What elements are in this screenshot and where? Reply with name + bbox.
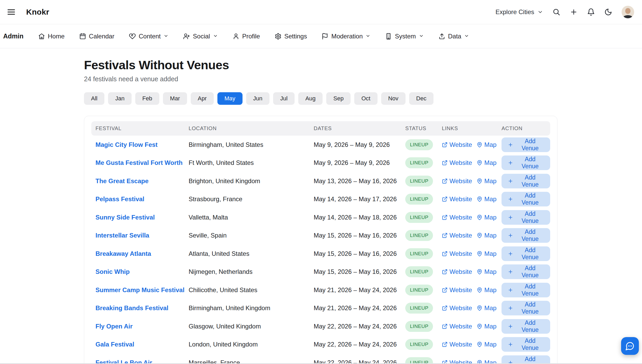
plus-icon [570, 8, 578, 16]
add-venue-button[interactable]: Add Venue [502, 246, 550, 261]
month-pill-jul[interactable]: Jul [273, 92, 295, 105]
month-pill-all[interactable]: All [84, 92, 104, 105]
festival-link[interactable]: Sunny Side Festival [91, 214, 189, 221]
month-pill-apr[interactable]: Apr [191, 92, 214, 105]
month-pill-oct[interactable]: Oct [354, 92, 377, 105]
month-filter: AllJanFebMarAprMayJunJulAugSepOctNovDec [84, 92, 642, 105]
map-link[interactable]: Map [477, 268, 497, 275]
add-venue-button[interactable]: Add Venue [502, 301, 550, 315]
nav-item-label: Data [448, 33, 461, 40]
nav-item-label: Profile [242, 33, 260, 40]
website-link[interactable]: Website [442, 159, 472, 166]
nav-item-moderation[interactable]: Moderation [322, 33, 370, 40]
festival-link[interactable]: Breaking Bands Festival [91, 304, 189, 312]
notifications-button[interactable] [587, 8, 595, 16]
month-pill-jun[interactable]: Jun [246, 92, 269, 105]
add-venue-button[interactable]: Add Venue [502, 174, 550, 188]
nav-item-home[interactable]: Home [38, 33, 65, 40]
website-link[interactable]: Website [442, 268, 472, 275]
month-pill-aug[interactable]: Aug [298, 92, 323, 105]
map-link[interactable]: Map [477, 250, 497, 257]
website-link[interactable]: Website [442, 232, 472, 239]
nav-item-social[interactable]: Social [183, 33, 218, 40]
nav-item-system[interactable]: System [385, 33, 424, 40]
explore-cities-label: Explore Cities [495, 8, 534, 16]
dark-mode-toggle[interactable] [604, 8, 612, 16]
map-link[interactable]: Map [477, 286, 497, 294]
data-icon [438, 33, 445, 40]
add-venue-button[interactable]: Add Venue [502, 137, 550, 152]
festival-link[interactable]: The Great Escape [91, 177, 189, 185]
hamburger-menu-button[interactable] [7, 8, 16, 16]
month-pill-feb[interactable]: Feb [135, 92, 159, 105]
festival-link[interactable]: Magic City Flow Fest [91, 141, 189, 148]
nav-item-profile[interactable]: Profile [233, 33, 260, 40]
add-venue-button[interactable]: Add Venue [502, 264, 550, 279]
add-venue-button[interactable]: Add Venue [502, 155, 550, 170]
table-row: Me Gusta Festival Fort Worth Ft Worth, U… [91, 154, 550, 172]
festival-link[interactable]: Summer Camp Music Festival [91, 286, 189, 294]
month-pill-sep[interactable]: Sep [326, 92, 351, 105]
nav-item-label: Home [48, 33, 65, 40]
social-icon [183, 33, 190, 40]
month-pill-nov[interactable]: Nov [381, 92, 406, 105]
month-pill-mar[interactable]: Mar [163, 92, 187, 105]
map-link[interactable]: Map [477, 141, 497, 148]
add-venue-button[interactable]: Add Venue [502, 337, 550, 352]
nav-item-calendar[interactable]: Calendar [79, 33, 114, 40]
month-pill-may[interactable]: May [217, 92, 243, 105]
website-link[interactable]: Website [442, 195, 472, 203]
map-link[interactable]: Map [477, 214, 497, 221]
month-pill-dec[interactable]: Dec [409, 92, 433, 105]
website-link[interactable]: Website [442, 304, 472, 312]
website-link[interactable]: Website [442, 323, 472, 330]
festival-link[interactable]: Me Gusta Festival Fort Worth [91, 159, 189, 166]
website-link[interactable]: Website [442, 341, 472, 348]
location-text: Nijmegen, Netherlands [189, 268, 314, 275]
add-venue-button[interactable]: Add Venue [502, 228, 550, 243]
festival-link[interactable]: Gala Festival [91, 341, 189, 348]
nav-item-data[interactable]: Data [438, 33, 469, 40]
add-venue-button[interactable]: Add Venue [502, 192, 550, 206]
add-venue-button[interactable]: Add Venue [502, 283, 550, 297]
map-link[interactable]: Map [477, 341, 497, 348]
map-link[interactable]: Map [477, 232, 497, 239]
month-pill-jan[interactable]: Jan [108, 92, 131, 105]
map-link[interactable]: Map [477, 195, 497, 203]
nav-item-content[interactable]: Content [129, 33, 168, 40]
profile-icon [233, 33, 239, 40]
map-link[interactable]: Map [477, 177, 497, 185]
map-link[interactable]: Map [477, 304, 497, 312]
website-link[interactable]: Website [442, 250, 472, 257]
dates-text: May 21, 2026 – May 24, 2026 [314, 304, 405, 312]
festival-link[interactable]: Sonic Whip [91, 268, 189, 275]
create-button[interactable] [570, 8, 578, 16]
avatar[interactable] [622, 6, 634, 18]
brand-logo[interactable]: Knokr [26, 8, 49, 16]
table-header-row: FESTIVALLOCATIONDATESSTATUSLINKSACTION [91, 121, 550, 136]
website-link[interactable]: Website [442, 141, 472, 148]
website-link[interactable]: Website [442, 214, 472, 221]
website-link[interactable]: Website [442, 286, 472, 294]
map-pin-icon [477, 269, 482, 275]
column-header-festival: FESTIVAL [91, 125, 189, 131]
search-button[interactable] [553, 8, 560, 16]
status-badge: LINEUP [405, 303, 433, 314]
add-venue-button[interactable]: Add Venue [502, 210, 550, 225]
add-venue-button[interactable]: Add Venue [502, 319, 550, 334]
map-link[interactable]: Map [477, 323, 497, 330]
table-row: Interstellar Sevilla Seville, Spain May … [91, 227, 550, 245]
festival-link[interactable]: Pelpass Festival [91, 195, 189, 203]
chat-icon [625, 341, 635, 351]
festival-link[interactable]: Interstellar Sevilla [91, 232, 189, 239]
table-row: Pelpass Festival Strasbourg, France May … [91, 190, 550, 209]
festival-link[interactable]: Breakaway Atlanta [91, 250, 189, 257]
chat-fab-button[interactable] [621, 337, 639, 355]
table-row: Sunny Side Festival Valletta, Malta May … [91, 208, 550, 227]
add-venue-button[interactable]: Add Venue [502, 355, 550, 364]
explore-cities-dropdown[interactable]: Explore Cities [495, 8, 543, 16]
nav-item-settings[interactable]: Settings [275, 33, 307, 40]
map-link[interactable]: Map [477, 159, 497, 166]
festival-link[interactable]: Fly Open Air [91, 323, 189, 330]
website-link[interactable]: Website [442, 177, 472, 185]
